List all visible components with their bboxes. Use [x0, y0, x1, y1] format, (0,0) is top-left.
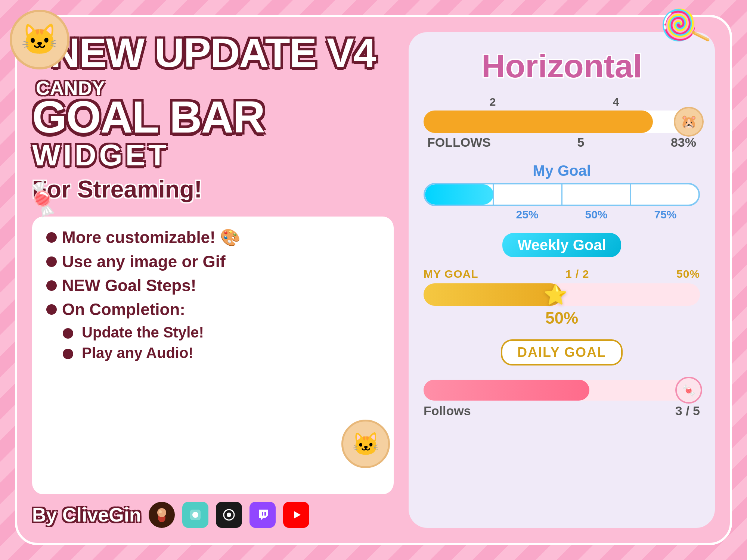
- social-icon-2[interactable]: [182, 502, 208, 528]
- my-goal-stats-row: MY GOAL 1 / 2 50%: [424, 268, 700, 280]
- ice-cream-icon: [154, 507, 169, 522]
- by-clivegin-label: By CliveGin: [32, 504, 141, 526]
- svg-point-12: [227, 513, 231, 517]
- follows-bottom-fraction: 3 / 5: [675, 404, 700, 418]
- svg-point-4: [63, 328, 73, 339]
- social-icon-5[interactable]: [283, 502, 309, 528]
- feature-text-2: Use any image or Gif: [62, 252, 226, 271]
- title-area: NEW UPDATE V4 CANDY GOAL BAR WIDGET For …: [32, 32, 394, 203]
- candy-bullet-3: [46, 280, 58, 292]
- follows-bottom-label: Follows: [424, 404, 471, 418]
- main-card: 🐱 🍭 NEW UPDATE V4 CANDY GOAL BAR WIDGET …: [15, 15, 732, 545]
- my-goal-fraction: 1 / 2: [565, 268, 589, 280]
- for-streaming-text: For Streaming!: [32, 175, 394, 203]
- horizontal-title: Horizontal: [424, 47, 700, 85]
- social-icon-1[interactable]: [149, 502, 175, 528]
- goal-bar-text: GOAL BAR: [32, 96, 394, 138]
- feature-sub-1: Update the Style!: [62, 324, 380, 341]
- bottom-bar: By CliveGin: [32, 502, 309, 528]
- daily-goal-badge: DAILY GOAL: [501, 339, 623, 365]
- follows-candy-container: 🍬: [424, 380, 700, 401]
- right-panel: Horizontal 2 4 🐹 FOLLOWS 5 83% My Goal: [409, 32, 715, 528]
- svg-point-0: [46, 232, 57, 243]
- candy-bullet-sub-2: [62, 348, 74, 360]
- candy-bullet-4: [46, 304, 58, 315]
- blue-bar-container: [424, 183, 700, 206]
- social-icon-4[interactable]: [249, 502, 276, 528]
- candy-end-icon: 🍬: [675, 377, 702, 404]
- new-update-title: NEW UPDATE V4: [32, 32, 394, 73]
- cat-icon-topleft: 🐱: [10, 10, 69, 69]
- my-goal-section: My Goal 25% 50% 75%: [424, 162, 700, 221]
- weekly-goal-badge: Weekly Goal: [502, 233, 621, 257]
- my-goal-stats-label: MY GOAL: [424, 268, 478, 280]
- gold-bar-fill: ⭐: [424, 283, 562, 306]
- candy-bullet-sub-1: [62, 327, 74, 339]
- svg-point-10: [192, 512, 198, 518]
- feature-text-4: On Completion:: [62, 300, 185, 319]
- blue-seg-1: [425, 184, 494, 205]
- follows-label: FOLLOWS: [427, 135, 491, 150]
- feature-item-4: On Completion:: [46, 300, 380, 319]
- blue-seg-4: [631, 184, 698, 205]
- feature-sub-2: Play any Audio!: [62, 345, 380, 361]
- feature-item-1: More customizable! 🎨: [46, 228, 380, 247]
- obs-icon: [221, 507, 236, 522]
- orange-bar-container: 🐹: [424, 111, 700, 133]
- svg-point-7: [157, 508, 166, 517]
- feature-item-3: NEW Goal Steps!: [46, 276, 380, 295]
- youtube-icon: [289, 507, 304, 522]
- svg-point-8: [159, 510, 162, 513]
- my-goal-stats-percent: 50%: [676, 268, 700, 280]
- svg-point-1: [46, 256, 57, 267]
- candy-bullet-2: [46, 256, 58, 268]
- features-box: More customizable! 🎨 Use any image or Gi…: [32, 217, 394, 494]
- cat-icon-mid: 🐱: [341, 420, 390, 468]
- follows-stats: FOLLOWS 5 83%: [424, 133, 700, 152]
- follows-current: 5: [577, 135, 584, 150]
- widget-text: WIDGET: [32, 138, 394, 172]
- left-panel: NEW UPDATE V4 CANDY GOAL BAR WIDGET For …: [32, 32, 394, 528]
- blue-segments: [425, 184, 698, 205]
- my-goal-label: My Goal: [424, 162, 700, 179]
- orange-bar-fill: [424, 111, 653, 133]
- step-label-2: 2: [490, 96, 496, 108]
- candy-bar-fill: [424, 380, 589, 401]
- svg-marker-15: [294, 511, 301, 519]
- follows-percent: 83%: [671, 135, 696, 150]
- blue-seg-2: [494, 184, 562, 205]
- twitch-icon: [255, 507, 270, 522]
- feature-text-3: NEW Goal Steps!: [62, 276, 196, 295]
- social-icon-3[interactable]: [216, 502, 242, 528]
- gold-percent-label: 50%: [424, 309, 700, 327]
- follows-candy-section: 🍬 Follows 3 / 5: [424, 376, 700, 418]
- svg-point-3: [46, 304, 57, 315]
- step-pct-labels: 25% 50% 75%: [424, 208, 700, 221]
- step-label-4: 4: [613, 96, 619, 108]
- blue-seg-3: [562, 184, 631, 205]
- step-75: 75%: [654, 208, 676, 221]
- hamster-icon: 🐹: [674, 107, 704, 137]
- step-50: 50%: [585, 208, 607, 221]
- gold-bar-container: ⭐: [424, 283, 700, 306]
- my-goal-gold-section: MY GOAL 1 / 2 50% ⭐ 50%: [424, 268, 700, 327]
- candy-bullet-1: [46, 231, 58, 243]
- svg-point-2: [46, 280, 57, 291]
- step-25: 25%: [516, 208, 538, 221]
- feature-text-1: More customizable! 🎨: [62, 228, 241, 247]
- svg-rect-13: [262, 512, 263, 516]
- star-icon: ⭐: [543, 283, 568, 306]
- feature-item-2: Use any image or Gif: [46, 252, 380, 271]
- svg-rect-14: [264, 512, 266, 516]
- streamlabs-icon: [188, 507, 203, 522]
- follows-section: 2 4 🐹 FOLLOWS 5 83%: [424, 96, 700, 152]
- svg-point-5: [63, 349, 73, 359]
- step-labels: 2 4: [424, 96, 700, 108]
- follows-bottom-row: Follows 3 / 5: [424, 404, 700, 418]
